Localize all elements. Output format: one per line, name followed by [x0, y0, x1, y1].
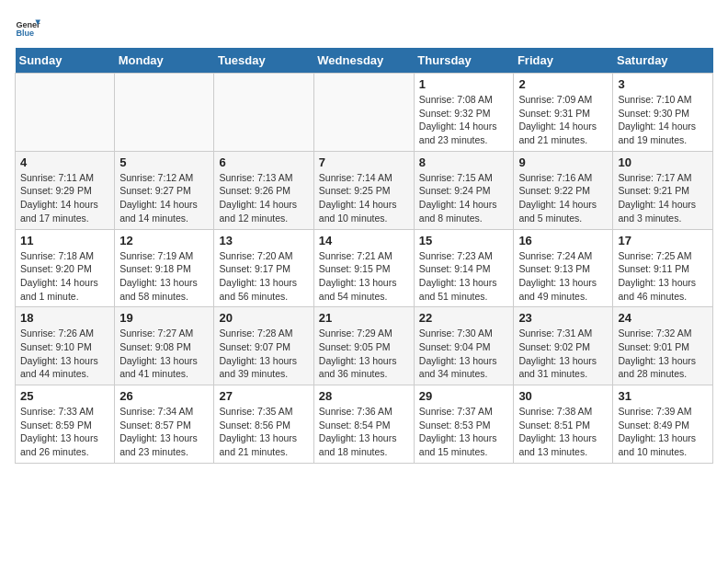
- day-number: 16: [518, 234, 608, 247]
- calendar-cell: 6Sunrise: 7:13 AMSunset: 9:26 PMDaylight…: [214, 151, 313, 229]
- calendar-cell: 28Sunrise: 7:36 AMSunset: 8:54 PMDayligh…: [313, 385, 414, 464]
- calendar-week-row: 11Sunrise: 7:18 AMSunset: 9:20 PMDayligh…: [16, 229, 713, 307]
- calendar-cell: 26Sunrise: 7:34 AMSunset: 8:57 PMDayligh…: [115, 385, 214, 464]
- logo-icon: General Blue: [15, 15, 40, 40]
- day-detail: Sunrise: 7:27 AMSunset: 9:08 PMDaylight:…: [119, 327, 209, 381]
- calendar-cell: 21Sunrise: 7:29 AMSunset: 9:05 PMDayligh…: [313, 307, 414, 385]
- calendar-cell: [313, 74, 414, 152]
- weekday-header: Thursday: [414, 48, 514, 74]
- day-number: 17: [618, 234, 708, 247]
- day-detail: Sunrise: 7:36 AMSunset: 8:54 PMDaylight:…: [319, 405, 409, 459]
- day-detail: Sunrise: 7:32 AMSunset: 9:01 PMDaylight:…: [618, 327, 708, 381]
- day-detail: Sunrise: 7:29 AMSunset: 9:05 PMDaylight:…: [319, 327, 409, 381]
- calendar-cell: 25Sunrise: 7:33 AMSunset: 8:59 PMDayligh…: [16, 385, 115, 464]
- day-detail: Sunrise: 7:09 AMSunset: 9:31 PMDaylight:…: [518, 93, 608, 147]
- day-number: 8: [419, 155, 509, 169]
- calendar-cell: 5Sunrise: 7:12 AMSunset: 9:27 PMDaylight…: [115, 151, 214, 229]
- calendar-cell: 9Sunrise: 7:16 AMSunset: 9:22 PMDaylight…: [514, 151, 613, 229]
- weekday-header: Tuesday: [214, 48, 313, 74]
- day-detail: Sunrise: 7:21 AMSunset: 9:15 PMDaylight:…: [319, 249, 409, 304]
- day-number: 24: [618, 311, 708, 325]
- weekday-header: Monday: [115, 48, 214, 74]
- day-detail: Sunrise: 7:37 AMSunset: 8:53 PMDaylight:…: [419, 405, 509, 459]
- calendar-cell: 23Sunrise: 7:31 AMSunset: 9:02 PMDayligh…: [514, 307, 613, 385]
- calendar-week-row: 25Sunrise: 7:33 AMSunset: 8:59 PMDayligh…: [16, 385, 713, 464]
- day-detail: Sunrise: 7:35 AMSunset: 8:56 PMDaylight:…: [219, 405, 308, 459]
- calendar-cell: 1Sunrise: 7:08 AMSunset: 9:32 PMDaylight…: [414, 74, 514, 152]
- calendar-cell: 27Sunrise: 7:35 AMSunset: 8:56 PMDayligh…: [214, 385, 313, 464]
- calendar-cell: 31Sunrise: 7:39 AMSunset: 8:49 PMDayligh…: [613, 385, 713, 464]
- day-detail: Sunrise: 7:16 AMSunset: 9:22 PMDaylight:…: [518, 171, 608, 225]
- day-detail: Sunrise: 7:15 AMSunset: 9:24 PMDaylight:…: [419, 171, 509, 225]
- day-number: 27: [219, 389, 308, 403]
- day-number: 29: [419, 389, 509, 403]
- calendar-cell: 11Sunrise: 7:18 AMSunset: 9:20 PMDayligh…: [16, 229, 115, 307]
- calendar-cell: 29Sunrise: 7:37 AMSunset: 8:53 PMDayligh…: [414, 385, 514, 464]
- calendar-cell: 15Sunrise: 7:23 AMSunset: 9:14 PMDayligh…: [414, 229, 514, 307]
- calendar-cell: 12Sunrise: 7:19 AMSunset: 9:18 PMDayligh…: [115, 229, 214, 307]
- calendar-cell: [115, 74, 214, 152]
- calendar-cell: [16, 74, 115, 152]
- day-number: 4: [20, 155, 109, 169]
- day-detail: Sunrise: 7:08 AMSunset: 9:32 PMDaylight:…: [419, 93, 509, 147]
- calendar-week-row: 1Sunrise: 7:08 AMSunset: 9:32 PMDaylight…: [16, 74, 713, 152]
- day-number: 30: [518, 389, 608, 403]
- day-number: 14: [319, 234, 409, 247]
- day-detail: Sunrise: 7:20 AMSunset: 9:17 PMDaylight:…: [219, 249, 308, 304]
- logo: General Blue: [15, 15, 40, 40]
- calendar-week-row: 18Sunrise: 7:26 AMSunset: 9:10 PMDayligh…: [16, 307, 713, 385]
- svg-text:Blue: Blue: [16, 29, 34, 38]
- day-detail: Sunrise: 7:25 AMSunset: 9:11 PMDaylight:…: [618, 249, 708, 304]
- day-detail: Sunrise: 7:17 AMSunset: 9:21 PMDaylight:…: [618, 171, 708, 225]
- day-number: 12: [119, 234, 209, 247]
- day-number: 9: [518, 155, 608, 169]
- weekday-header: Saturday: [613, 48, 713, 74]
- day-detail: Sunrise: 7:14 AMSunset: 9:25 PMDaylight:…: [319, 171, 409, 225]
- calendar-cell: 30Sunrise: 7:38 AMSunset: 8:51 PMDayligh…: [514, 385, 613, 464]
- day-number: 25: [20, 389, 109, 403]
- weekday-header: Friday: [514, 48, 613, 74]
- calendar-cell: 22Sunrise: 7:30 AMSunset: 9:04 PMDayligh…: [414, 307, 514, 385]
- day-detail: Sunrise: 7:28 AMSunset: 9:07 PMDaylight:…: [219, 327, 308, 381]
- calendar-cell: 17Sunrise: 7:25 AMSunset: 9:11 PMDayligh…: [613, 229, 713, 307]
- day-number: 10: [618, 155, 708, 169]
- day-number: 6: [219, 155, 308, 169]
- day-detail: Sunrise: 7:11 AMSunset: 9:29 PMDaylight:…: [20, 171, 109, 225]
- day-number: 13: [219, 234, 308, 247]
- calendar-table: SundayMondayTuesdayWednesdayThursdayFrid…: [15, 48, 713, 464]
- day-number: 3: [618, 77, 708, 91]
- day-number: 15: [419, 234, 509, 247]
- day-number: 28: [319, 389, 409, 403]
- day-number: 5: [119, 155, 209, 169]
- day-number: 11: [20, 234, 109, 247]
- calendar-cell: [214, 74, 313, 152]
- calendar-cell: 13Sunrise: 7:20 AMSunset: 9:17 PMDayligh…: [214, 229, 313, 307]
- day-number: 18: [20, 311, 109, 325]
- calendar-cell: 8Sunrise: 7:15 AMSunset: 9:24 PMDaylight…: [414, 151, 514, 229]
- day-detail: Sunrise: 7:10 AMSunset: 9:30 PMDaylight:…: [618, 93, 708, 147]
- day-detail: Sunrise: 7:24 AMSunset: 9:13 PMDaylight:…: [518, 249, 608, 304]
- calendar-cell: 24Sunrise: 7:32 AMSunset: 9:01 PMDayligh…: [613, 307, 713, 385]
- day-number: 2: [518, 77, 608, 91]
- calendar-week-row: 4Sunrise: 7:11 AMSunset: 9:29 PMDaylight…: [16, 151, 713, 229]
- calendar-cell: 14Sunrise: 7:21 AMSunset: 9:15 PMDayligh…: [313, 229, 414, 307]
- calendar-cell: 19Sunrise: 7:27 AMSunset: 9:08 PMDayligh…: [115, 307, 214, 385]
- day-number: 22: [419, 311, 509, 325]
- calendar-cell: 4Sunrise: 7:11 AMSunset: 9:29 PMDaylight…: [16, 151, 115, 229]
- day-number: 21: [319, 311, 409, 325]
- calendar-cell: 16Sunrise: 7:24 AMSunset: 9:13 PMDayligh…: [514, 229, 613, 307]
- day-number: 26: [119, 389, 209, 403]
- day-number: 31: [618, 389, 708, 403]
- day-detail: Sunrise: 7:31 AMSunset: 9:02 PMDaylight:…: [518, 327, 608, 381]
- weekday-header: Wednesday: [313, 48, 414, 74]
- day-number: 23: [518, 311, 608, 325]
- weekday-header: Sunday: [16, 48, 115, 74]
- calendar-cell: 3Sunrise: 7:10 AMSunset: 9:30 PMDaylight…: [613, 74, 713, 152]
- day-number: 20: [219, 311, 308, 325]
- day-detail: Sunrise: 7:23 AMSunset: 9:14 PMDaylight:…: [419, 249, 509, 304]
- day-detail: Sunrise: 7:34 AMSunset: 8:57 PMDaylight:…: [119, 405, 209, 459]
- calendar-cell: 7Sunrise: 7:14 AMSunset: 9:25 PMDaylight…: [313, 151, 414, 229]
- calendar-cell: 10Sunrise: 7:17 AMSunset: 9:21 PMDayligh…: [613, 151, 713, 229]
- day-detail: Sunrise: 7:18 AMSunset: 9:20 PMDaylight:…: [20, 249, 109, 304]
- calendar-cell: 18Sunrise: 7:26 AMSunset: 9:10 PMDayligh…: [16, 307, 115, 385]
